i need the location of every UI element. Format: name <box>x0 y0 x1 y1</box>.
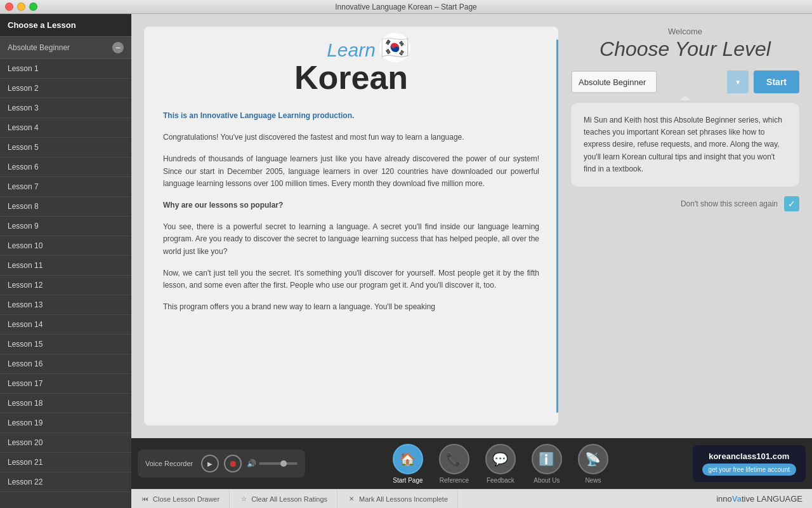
logo-learn: Learn <box>327 39 376 61</box>
status-clear-ratings-icon: ☆ <box>239 495 248 504</box>
sidebar-lesson-22[interactable]: Lesson 22 <box>0 472 131 492</box>
dont-show-checkbox[interactable] <box>784 196 799 211</box>
popular-p1: You see, there is a powerful secret to l… <box>163 221 539 258</box>
sidebar-lesson-10[interactable]: Lesson 10 <box>0 236 131 256</box>
welcome-section: Welcome Choose Your Level <box>571 27 799 61</box>
status-close-drawer-icon: ⏮ <box>141 495 150 504</box>
sidebar-lesson-5[interactable]: Lesson 5 <box>0 138 131 157</box>
sidebar-lesson-20[interactable]: Lesson 20 <box>0 433 131 453</box>
nav-reference-label: Reference <box>440 477 469 484</box>
volume-icon: 🔊 <box>247 459 256 468</box>
branding-section: koreanclass101.com get your free lifetim… <box>693 445 806 482</box>
nav-about-us-label: About Us <box>534 477 560 484</box>
sidebar-level-text: Absolute Beginner <box>8 43 70 52</box>
status-bar: ⏮Close Lesson Drawer☆Clear All Lesson Ra… <box>131 489 812 508</box>
status-mark-incomplete-icon: ✕ <box>347 495 356 504</box>
voice-recorder: Voice Recorder 🔊 <box>138 450 305 478</box>
sidebar-lesson-8[interactable]: Lesson 8 <box>0 197 131 217</box>
sidebar-lesson-11[interactable]: Lesson 11 <box>0 256 131 276</box>
nav-feedback[interactable]: 💬Feedback <box>479 441 522 487</box>
window-controls <box>5 3 37 11</box>
window-title: Innovative Language Korean – Start Page <box>335 3 477 11</box>
left-panel: Learn 🇰🇷 Korean This is an Innovative La… <box>144 27 558 425</box>
volume-slider[interactable]: 🔊 <box>247 459 298 468</box>
content-area: Learn 🇰🇷 Korean This is an Innovative La… <box>131 14 812 438</box>
status-close-drawer-label: Close Lesson Drawer <box>153 495 219 503</box>
status-clear-ratings[interactable]: ☆Clear All Lesson Ratings <box>230 490 337 508</box>
sidebar-lesson-13[interactable]: Lesson 13 <box>0 295 131 315</box>
main-content-area: Learn 🇰🇷 Korean This is an Innovative La… <box>131 14 812 508</box>
intro-p2: Hundreds of thousands of language learne… <box>163 153 539 190</box>
section-title-popular: Why are our lessons so popular? <box>163 199 539 211</box>
dont-show-label: Don't show this screen again <box>681 199 778 208</box>
record-button[interactable] <box>224 455 242 472</box>
sidebar-lesson-14[interactable]: Lesson 14 <box>0 315 131 335</box>
close-button[interactable] <box>5 3 13 11</box>
main-window: Choose a Lesson Absolute Beginner Lesson… <box>0 14 812 508</box>
welcome-text: Welcome <box>571 27 799 36</box>
free-account-button[interactable]: get your free lifetime account <box>702 464 796 476</box>
sidebar-lesson-2[interactable]: Lesson 2 <box>0 79 131 98</box>
status-clear-ratings-label: Clear All Lesson Ratings <box>251 495 327 503</box>
bottom-toolbar: Voice Recorder 🔊 🏠Start Page📞Reference💬F… <box>131 438 812 489</box>
nav-reference[interactable]: 📞Reference <box>433 441 476 487</box>
nav-feedback-icon: 💬 <box>485 444 516 474</box>
nav-about-us[interactable]: ℹ️About Us <box>525 441 568 487</box>
sidebar-lesson-12[interactable]: Lesson 12 <box>0 276 131 295</box>
nav-start-page-label: Start Page <box>393 477 422 484</box>
sidebar-lesson-19[interactable]: Lesson 19 <box>0 413 131 433</box>
slider-thumb <box>280 460 287 467</box>
nav-start-page[interactable]: 🏠Start Page <box>386 441 429 487</box>
sidebar: Choose a Lesson Absolute Beginner Lesson… <box>0 14 131 508</box>
logo-korean: Korean <box>294 61 408 94</box>
sidebar-lesson-15[interactable]: Lesson 15 <box>0 335 131 354</box>
minimize-button[interactable] <box>17 3 25 11</box>
nav-reference-icon: 📞 <box>439 444 469 474</box>
sidebar-lessons-list: Lesson 1Lesson 2Lesson 3Lesson 4Lesson 5… <box>0 59 131 508</box>
status-mark-incomplete-label: Mark All Lessons Incomplete <box>359 495 448 503</box>
right-panel: Welcome Choose Your Level Absolute Begin… <box>571 27 799 425</box>
dropdown-arrow-icon <box>727 70 749 93</box>
title-bar: Innovative Language Korean – Start Page <box>0 0 812 14</box>
voice-recorder-label: Voice Recorder <box>145 460 193 467</box>
speech-bubble: Mi Sun and Keith host this Absolute Begi… <box>571 103 799 187</box>
sidebar-lesson-7[interactable]: Lesson 7 <box>0 177 131 197</box>
sidebar-lesson-9[interactable]: Lesson 9 <box>0 217 131 236</box>
nav-news-label: News <box>585 477 601 484</box>
nav-news-icon: 📡 <box>578 444 608 474</box>
nav-about-us-icon: ℹ️ <box>532 444 562 474</box>
sidebar-lesson-6[interactable]: Lesson 6 <box>0 157 131 177</box>
sidebar-lesson-21[interactable]: Lesson 21 <box>0 453 131 472</box>
sidebar-lesson-16[interactable]: Lesson 16 <box>0 354 131 374</box>
nav-icons: 🏠Start Page📞Reference💬Feedbackℹ️About Us… <box>315 441 686 487</box>
sidebar-lesson-1[interactable]: Lesson 1 <box>0 59 131 79</box>
sidebar-lesson-4[interactable]: Lesson 4 <box>0 118 131 138</box>
level-dropdown-wrapper: Absolute Beginner Beginner Intermediate … <box>571 70 749 93</box>
popular-p3: This program offers you a brand new way … <box>163 301 539 313</box>
sidebar-header: Choose a Lesson <box>0 14 131 37</box>
intro-p1: Congratulations! You've just discovered … <box>163 131 539 144</box>
sidebar-lesson-17[interactable]: Lesson 17 <box>0 374 131 394</box>
popular-p2: Now, we can't just tell you the secret. … <box>163 267 539 291</box>
start-button[interactable]: Start <box>754 70 799 93</box>
level-selector: Absolute Beginner Beginner Intermediate … <box>571 70 799 93</box>
sidebar-level-row: Absolute Beginner <box>0 37 131 59</box>
logo-area: Learn 🇰🇷 Korean <box>163 39 539 94</box>
sidebar-lesson-3[interactable]: Lesson 3 <box>0 98 131 118</box>
choose-level-title: Choose Your Level <box>571 37 799 61</box>
status-mark-incomplete[interactable]: ✕Mark All Lessons Incomplete <box>337 490 458 508</box>
nav-news[interactable]: 📡News <box>572 441 615 487</box>
level-dropdown[interactable]: Absolute Beginner Beginner Intermediate … <box>571 70 657 93</box>
branding-title: koreanclass101.com <box>702 451 796 461</box>
nav-start-page-icon: 🏠 <box>393 444 423 474</box>
dont-show-row: Don't show this screen again <box>571 196 799 211</box>
slider-track <box>259 462 298 465</box>
play-button[interactable] <box>201 455 219 472</box>
nav-feedback-label: Feedback <box>487 477 514 484</box>
maximize-button[interactable] <box>29 3 37 11</box>
blue-divider <box>556 39 558 413</box>
status-close-drawer[interactable]: ⏮Close Lesson Drawer <box>131 490 230 508</box>
innov-logo: innoVative LANGUAGE <box>716 494 812 504</box>
sidebar-lesson-18[interactable]: Lesson 18 <box>0 394 131 413</box>
collapse-level-button[interactable] <box>112 42 124 53</box>
